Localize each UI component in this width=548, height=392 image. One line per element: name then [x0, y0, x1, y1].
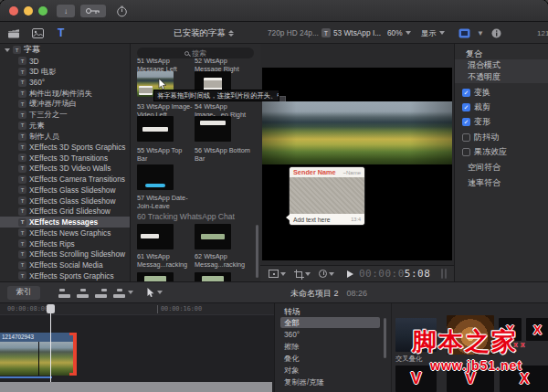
inspector-item-label: 空间符合: [468, 162, 501, 174]
play-button[interactable]: [347, 270, 353, 278]
sidebar-item[interactable]: T3D: [0, 56, 130, 67]
timer-button[interactable]: [113, 5, 130, 17]
sidebar-item[interactable]: T下三分之一: [0, 110, 130, 121]
index-button[interactable]: 索引: [7, 286, 40, 300]
inspector-sub-item[interactable]: 不透明度: [455, 71, 548, 83]
overwrite-clip-icon[interactable]: [113, 288, 125, 298]
inspector-item[interactable]: 空间符合: [455, 162, 548, 174]
inspector-item[interactable]: 速率符合: [455, 177, 548, 189]
titles-browser-button[interactable]: T: [58, 22, 64, 44]
playhead-handle[interactable]: [47, 304, 55, 313]
sidebar-item[interactable]: TXEffects Social Media: [0, 260, 130, 270]
checkbox[interactable]: ✓: [462, 118, 470, 126]
effects-inspector-button[interactable]: ▼: [477, 22, 484, 44]
sidebar-item[interactable]: T缓冲器/开场白: [0, 99, 130, 110]
top-toolbar: T 已安装的字幕 720p HD 24p... T 53 WtsApp I...…: [0, 22, 548, 44]
sidebar-item-label: 3D 电影: [29, 67, 57, 77]
arrow-tool-icon[interactable]: [146, 287, 154, 298]
sidebar-item[interactable]: T360°: [0, 78, 130, 89]
chevron-down-icon[interactable]: [157, 291, 163, 294]
title-thumbnail[interactable]: [195, 116, 231, 142]
title-thumbnail[interactable]: [137, 164, 174, 190]
sidebar-item[interactable]: TXEffects News Graphics: [0, 228, 130, 238]
checkbox[interactable]: ✓: [462, 103, 470, 111]
info-inspector-button[interactable]: [491, 22, 501, 44]
chevron-down-icon[interactable]: [128, 291, 133, 294]
sidebar-item[interactable]: T制作人员: [0, 131, 130, 142]
sidebar-item[interactable]: T3D 电影: [0, 67, 130, 78]
sidebar-item[interactable]: TXEffects Glass Slideshow: [0, 196, 130, 207]
title-thumbnail[interactable]: [137, 272, 174, 281]
title-thumbnail[interactable]: [137, 224, 174, 249]
transition-category[interactable]: 全部: [280, 317, 380, 328]
title-card-label[interactable]: 57 WtsApp Date-Join-Leave: [137, 194, 194, 210]
sidebar-item[interactable]: TXEffects Camera Transitions: [0, 174, 130, 185]
photos-audio-button[interactable]: [32, 22, 44, 44]
sidebar-item[interactable]: TXEffects Scrolling Slideshow: [0, 249, 130, 260]
transitions-scrollbar[interactable]: [384, 318, 386, 358]
retime-menu-button[interactable]: [319, 270, 334, 278]
connect-clip-icon[interactable]: [58, 288, 70, 298]
transition-category[interactable]: 复制器/克隆: [280, 376, 380, 387]
append-clip-icon[interactable]: [95, 288, 107, 298]
chevron-down-icon: [280, 272, 286, 276]
media-browser-button[interactable]: [7, 22, 20, 44]
disclosure-triangle-icon[interactable]: [5, 48, 10, 52]
checkbox[interactable]: [462, 148, 470, 156]
sidebar-item[interactable]: TXEffects Rips: [0, 238, 130, 249]
key-button[interactable]: [80, 5, 106, 17]
sidebar-item[interactable]: T构件出现/构件消失: [0, 88, 130, 99]
inspector-sub-item[interactable]: 混合模式: [455, 59, 548, 71]
sidebar-item[interactable]: T元素: [0, 121, 130, 132]
insert-clip-icon[interactable]: [77, 288, 89, 298]
transition-category[interactable]: 擦除: [280, 341, 380, 352]
chat-card-footer: Add text here 13:4: [290, 214, 364, 225]
timeline-ruler[interactable]: 00:00:08:00 00:00:16:00: [0, 303, 274, 315]
close-button[interactable]: [9, 6, 18, 16]
viewer-zoom-dropdown[interactable]: 60%: [387, 22, 411, 44]
titlebar: ↓: [0, 0, 548, 22]
download-button[interactable]: ↓: [57, 5, 75, 17]
trim-handle[interactable]: [73, 333, 77, 376]
title-card-label[interactable]: 56 WtsApp Bottom Bar: [195, 146, 251, 163]
playhead[interactable]: [50, 305, 51, 382]
key-icon: [85, 7, 101, 15]
video-inspector-button[interactable]: [458, 22, 470, 44]
title-card-label[interactable]: 55 WtsApp Top Bar: [137, 146, 194, 163]
audio-meters[interactable]: [441, 269, 447, 279]
timeline-panel[interactable]: 00:00:08:00 00:00:16:00 1214702943: [0, 303, 274, 392]
transition-category[interactable]: 叠化: [280, 353, 380, 364]
sidebar-item[interactable]: TXEffects Glass Slideshow: [0, 185, 130, 196]
crop-icon: [294, 270, 303, 279]
timeline-clip[interactable]: 1214702943: [0, 333, 77, 376]
ruler-timecode: 00:00:08:00: [7, 305, 48, 313]
title-thumbnail[interactable]: [137, 116, 174, 142]
sidebar-item[interactable]: TXEffects Grid Slideshow: [0, 207, 130, 217]
sidebar-item[interactable]: TXEffects 3D Video Walls: [0, 164, 130, 175]
title-thumbnail[interactable]: [195, 224, 231, 249]
checkbox[interactable]: [462, 133, 470, 142]
title-card-label[interactable]: 62 WtsApp Messag...racking: [195, 252, 251, 269]
sidebar-item[interactable]: TXEffects 3D Transitions: [0, 153, 130, 164]
installed-titles-dropdown[interactable]: 已安装的字幕: [174, 22, 234, 44]
chat-overlay-card[interactable]: Sender Name ~Name Add text here 13:4: [290, 167, 364, 225]
viewer-canvas[interactable]: Sender Name ~Name Add text here 13:4: [262, 68, 452, 260]
fcpx-window: ↓: [0, 0, 548, 392]
sidebar-item[interactable]: TXEffects Messages: [0, 217, 130, 228]
sidebar-item[interactable]: TXEffects Sports Graphics: [0, 270, 130, 281]
transform-menu-button[interactable]: [269, 270, 286, 278]
checkbox[interactable]: ✓: [462, 89, 470, 97]
timeline-scrollbar[interactable]: [0, 382, 272, 392]
title-card-label[interactable]: 61 WtsApp Messag...racking: [137, 252, 194, 269]
clip-name-label: 1214702943: [0, 333, 77, 342]
transition-category[interactable]: 360°: [280, 329, 380, 340]
minimize-button[interactable]: [24, 6, 33, 16]
sidebar-root-titles[interactable]: T 字幕: [0, 44, 130, 56]
crop-menu-button[interactable]: [294, 270, 311, 279]
transition-category[interactable]: 对象: [280, 365, 380, 376]
browser-scrollbar[interactable]: [256, 225, 258, 278]
zoom-button[interactable]: [38, 6, 47, 16]
sidebar-item[interactable]: TXEffects 3D Sports Graphics: [0, 142, 130, 153]
title-thumbnail[interactable]: [195, 272, 231, 281]
viewer-view-dropdown[interactable]: 显示: [421, 22, 445, 44]
